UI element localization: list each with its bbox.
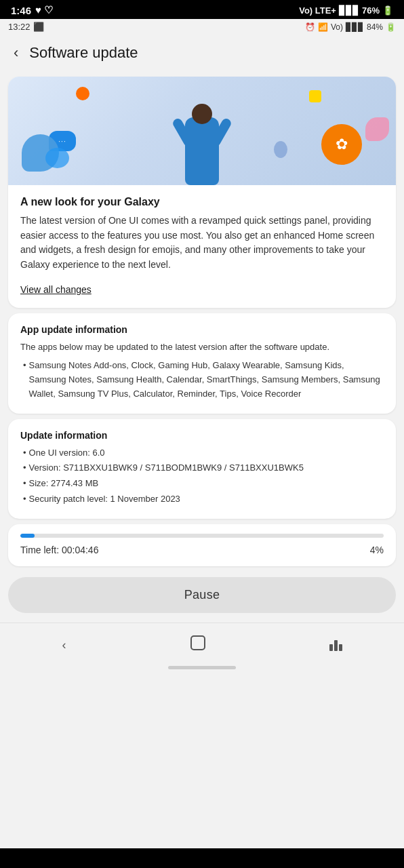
bullet-icon: • — [23, 492, 26, 507]
bullet-icon: • — [23, 359, 26, 401]
bullet-icon: • — [23, 477, 26, 491]
progress-bar-fill — [20, 534, 35, 538]
handle-bar-icon — [168, 666, 236, 669]
update-info-card: Update information • One UI version: 6.0… — [8, 419, 396, 519]
pause-button[interactable]: Pause — [8, 577, 396, 613]
app-list-text: Samsung Notes Add-ons, Clock, Gaming Hub… — [29, 359, 384, 401]
update-item-2: • Version: S711BXXU1BWK9 / S711BODM1BWK9… — [23, 461, 384, 475]
status-left: 1:46 ♥ ♡ — [11, 4, 53, 16]
back-button[interactable]: ‹ — [11, 41, 21, 64]
signal-icon: Vo) LTE+ — [299, 5, 336, 16]
status-bar-top: 1:46 ♥ ♡ Vo) LTE+ ▊▊▊ 76% 🔋 — [0, 0, 404, 19]
bottom-navigation: ‹ — [0, 623, 404, 663]
view-all-changes-link[interactable]: View all changes — [20, 284, 92, 295]
time-left-label: Time left: 00:04:46 — [20, 545, 98, 555]
share-icon: ⬛ — [33, 22, 44, 32]
orange-dot-icon — [76, 87, 89, 100]
feature-description: The latest version of One UI comes with … — [20, 214, 384, 273]
progress-bar-track — [20, 534, 384, 538]
blue-circle-icon — [45, 148, 69, 168]
sec-battery-percent: 84% — [367, 22, 383, 32]
main-content: ‹ Software update A new look for your Ga… — [0, 35, 404, 848]
sec-status-left: 13:22 ⬛ — [8, 22, 44, 32]
progress-info: Time left: 00:04:46 4% — [20, 545, 384, 555]
app-update-title: App update information — [20, 324, 384, 335]
bottom-handle — [0, 663, 404, 675]
bullet-icon: • — [23, 446, 26, 460]
feature-headline: A new look for your Galaxy — [20, 196, 384, 208]
update-item-3-text: Size: 2774.43 MB — [29, 477, 99, 491]
update-item-4-text: Security patch level: 1 November 2023 — [29, 492, 180, 507]
progress-section: Time left: 00:04:46 4% — [8, 524, 396, 566]
progress-percent: 4% — [370, 545, 384, 555]
app-update-card: App update information The apps below ma… — [8, 313, 396, 414]
bullet-icon: • — [23, 461, 26, 475]
update-item-2-text: Version: S711BXXU1BWK9 / S711BODM1BWK9 /… — [29, 461, 304, 475]
update-info-title: Update information — [20, 430, 384, 441]
orange-circle-icon — [321, 124, 362, 165]
person-body-icon — [185, 117, 219, 185]
wifi-icon: 📶 — [318, 22, 328, 32]
status-time: 1:46 — [11, 5, 31, 16]
sec-time: 13:22 — [8, 22, 31, 32]
network-bars-icon: ▊▊▊ — [339, 5, 359, 16]
status-hearts: ♥ ♡ — [35, 4, 53, 16]
battery-icon: 🔋 — [382, 5, 393, 16]
person-figure — [171, 87, 233, 185]
app-list-item: • Samsung Notes Add-ons, Clock, Gaming H… — [23, 359, 384, 401]
nav-back-button[interactable]: ‹ — [49, 633, 80, 656]
sec-status-right: ⏰ 📶 Vo) ▊▊▊ 84% 🔋 — [305, 22, 396, 32]
nav-back-icon: ‹ — [62, 638, 66, 652]
update-item-1: • One UI version: 6.0 — [23, 446, 384, 460]
volte-icon: Vo) — [331, 22, 343, 32]
alarm-icon: ⏰ — [305, 22, 315, 32]
signal2-icon: ▊▊▊ — [346, 22, 364, 32]
app-update-description: The apps below may be updated to the lat… — [20, 340, 384, 354]
pause-button-wrapper: Pause — [0, 572, 404, 623]
yellow-dot-icon — [309, 90, 321, 102]
update-item-1-text: One UI version: 6.0 — [29, 446, 105, 460]
nav-recents-icon — [329, 637, 342, 651]
pink-shape-icon — [365, 117, 389, 141]
status-right: Vo) LTE+ ▊▊▊ 76% 🔋 — [299, 5, 393, 16]
feature-card: A new look for your Galaxy The latest ve… — [8, 77, 396, 308]
page-header: ‹ Software update — [0, 35, 404, 71]
feature-card-body: A new look for your Galaxy The latest ve… — [8, 185, 396, 308]
app-update-apps-list: • Samsung Notes Add-ons, Clock, Gaming H… — [20, 359, 384, 401]
blue-small-shape-icon — [274, 141, 287, 158]
illustration — [8, 77, 396, 185]
status-bar-secondary: 13:22 ⬛ ⏰ 📶 Vo) ▊▊▊ 84% 🔋 — [0, 19, 404, 35]
page-title: Software update — [29, 44, 138, 62]
update-info-list: • One UI version: 6.0 • Version: S711BXX… — [20, 446, 384, 507]
person-head-icon — [192, 104, 212, 124]
update-item-4: • Security patch level: 1 November 2023 — [23, 492, 384, 507]
nav-home-button[interactable] — [177, 631, 219, 658]
update-item-3: • Size: 2774.43 MB — [23, 477, 384, 491]
battery-percent: 76% — [362, 5, 380, 16]
nav-recents-button[interactable] — [316, 633, 356, 655]
nav-home-icon — [190, 635, 205, 650]
sec-battery-icon: 🔋 — [386, 22, 396, 32]
